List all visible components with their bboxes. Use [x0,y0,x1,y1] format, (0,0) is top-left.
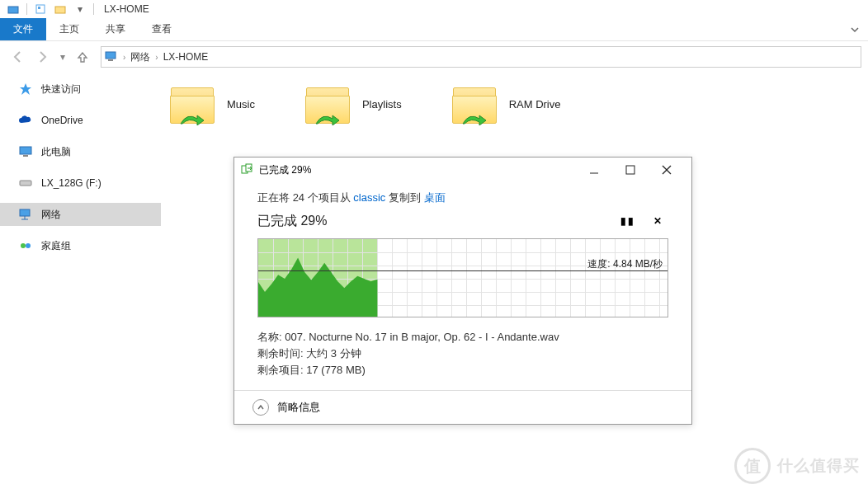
qat-divider [26,3,27,15]
cancel-button[interactable]: ✕ [647,210,668,232]
dialog-title: 已完成 29% [259,163,576,177]
window-title: LX-HOME [104,3,149,15]
collapse-details-button[interactable] [252,399,269,416]
maximize-button[interactable] [612,158,649,181]
sidebar-item-thispc[interactable]: 此电脑 [0,140,161,163]
breadcrumb-host[interactable]: LX-HOME [163,51,209,63]
sidebar-item-label: LX_128G (F:) [41,177,101,189]
address-bar[interactable]: › 网络 › LX-HOME [101,46,861,68]
qat-newfolder-icon[interactable] [54,2,67,16]
nav-up-button[interactable] [71,45,94,68]
folder-share-icon [169,84,215,124]
sidebar-item-quickaccess[interactable]: 快速访问 [0,78,161,101]
copy-description: 正在将 24 个项目从 classic 复制到 桌面 [257,190,668,205]
nav-forward-button[interactable] [31,45,54,68]
breadcrumb-sep: › [155,53,158,62]
close-button[interactable] [649,158,685,181]
address-pc-icon [105,50,118,64]
detail-name: 007. Nocturne No. 17 in B major, Op. 62 … [285,331,559,343]
tab-share[interactable]: 共享 [92,18,139,40]
sidebar-item-label: 快速访问 [41,82,81,96]
cloud-icon [18,113,33,128]
svg-rect-5 [108,59,113,61]
sidebar-item-label: 网络 [41,208,61,222]
qat-divider-2 [93,3,94,15]
dialog-body: 正在将 24 个项目从 classic 复制到 桌面 已完成 29% ▮▮ ✕ … [234,182,691,390]
tab-view[interactable]: 查看 [139,18,185,40]
nav-back-button[interactable] [7,45,30,68]
ribbon-expand-icon[interactable] [842,18,868,40]
tab-file[interactable]: 文件 [0,18,46,40]
drive-icon [18,176,33,190]
sidebar-item-drive[interactable]: LX_128G (F:) [0,172,161,195]
svg-rect-10 [20,209,30,216]
watermark: 值 什么值得买 [734,448,860,484]
sidebar-item-network[interactable]: 网络 [0,203,161,226]
sidebar-item-label: 家庭组 [41,239,71,253]
tab-home[interactable]: 主页 [46,18,92,40]
copy-dialog: 已完成 29% 正在将 24 个项目从 classic 复制到 桌面 已完成 2… [234,157,692,425]
svg-rect-8 [23,155,28,157]
progress-text: 已完成 29% [257,213,609,230]
watermark-icon: 值 [734,448,771,484]
detail-time: 大约 3 分钟 [306,347,361,360]
network-icon [18,207,33,222]
title-bar: ▾ LX-HOME [0,0,868,18]
folder-label: Music [227,98,255,110]
dest-link[interactable]: 桌面 [424,191,446,204]
svg-point-13 [21,243,26,248]
speed-chart: 速度: 4.84 MB/秒 [257,238,668,317]
svg-rect-2 [38,7,40,9]
folder-item-ramdrive[interactable]: RAM Drive [451,84,561,124]
folder-item-playlists[interactable]: Playlists [304,84,402,124]
svg-rect-9 [20,181,31,186]
sidebar-item-onedrive[interactable]: OneDrive [0,109,161,132]
svg-rect-7 [20,147,31,154]
copy-details: 名称: 007. Nocturne No. 17 in B major, Op.… [257,329,668,379]
homegroup-icon [18,238,33,253]
breadcrumb-network[interactable]: 网络 [130,50,150,64]
folder-share-icon [451,84,498,124]
svg-rect-0 [8,7,18,13]
nav-bar: ▾ › 网络 › LX-HOME [0,41,868,73]
star-icon [18,82,33,96]
svg-point-14 [26,243,31,248]
source-link[interactable]: classic [353,191,385,204]
sidebar-item-label: 此电脑 [41,145,71,159]
svg-marker-6 [20,83,31,95]
folder-label: RAM Drive [509,98,561,110]
copy-icon [241,163,254,177]
watermark-text: 什么值得买 [777,455,860,477]
sidebar: 快速访问 OneDrive 此电脑 LX_128G (F:) 网络 家庭组 [0,73,161,489]
svg-rect-3 [55,7,65,13]
dialog-footer: 简略信息 [234,390,691,424]
qat-dropdown-icon[interactable]: ▾ [73,2,87,16]
pause-button[interactable]: ▮▮ [617,210,639,232]
folder-share-icon [304,84,351,124]
footer-label[interactable]: 简略信息 [277,400,320,415]
pc-icon [18,144,33,159]
breadcrumb-sep: › [123,53,125,62]
svg-rect-18 [626,166,634,174]
folder-label: Playlists [362,98,402,110]
ribbon-tabs: 文件 主页 共享 查看 [0,18,868,41]
nav-recent-dropdown[interactable]: ▾ [56,45,69,68]
folder-item-music[interactable]: Music [169,84,255,124]
detail-items: 17 (778 MB) [306,364,366,376]
minimize-button[interactable] [576,158,612,181]
sidebar-item-label: OneDrive [41,115,83,126]
dialog-titlebar: 已完成 29% [234,158,691,182]
speed-label: 速度: 4.84 MB/秒 [587,257,663,271]
qat-properties-icon[interactable] [34,2,47,16]
svg-rect-4 [106,52,116,59]
sidebar-item-homegroup[interactable]: 家庭组 [0,234,161,257]
window-system-icon[interactable] [7,2,20,16]
